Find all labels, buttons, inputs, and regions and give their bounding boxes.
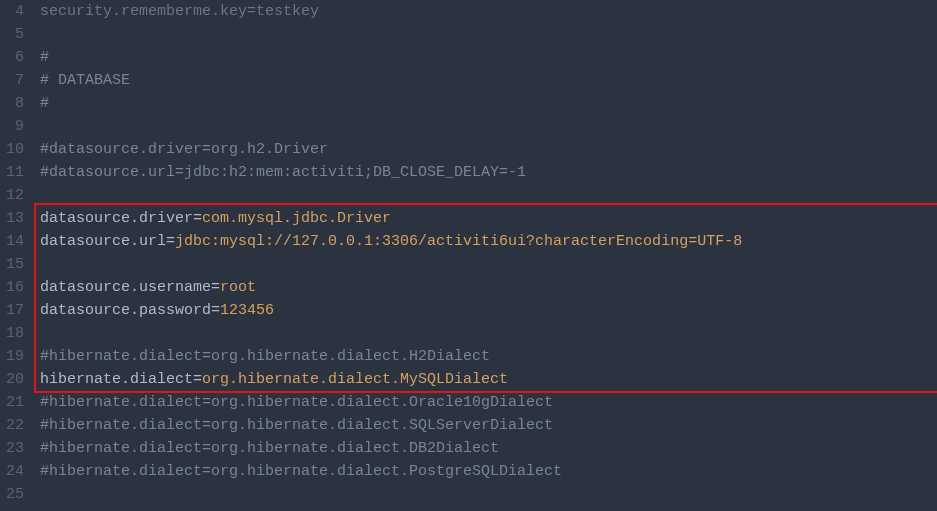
code-token: 123456 [220,302,274,319]
code-editor[interactable]: 45678910111213141516171819202122232425 s… [0,0,937,511]
line-number: 4 [6,0,24,23]
code-token: root [220,279,256,296]
line-number: 19 [6,345,24,368]
code-token: datasource.url [40,233,166,250]
code-line[interactable]: datasource.driver=com.mysql.jdbc.Driver [40,207,937,230]
code-line[interactable]: #hibernate.dialect=org.hibernate.dialect… [40,345,937,368]
code-line[interactable]: datasource.username=root [40,276,937,299]
code-line[interactable]: #hibernate.dialect=org.hibernate.dialect… [40,460,937,483]
code-token: #datasource.url=jdbc:h2:mem:activiti;DB_… [40,164,526,181]
code-token: #datasource.driver=org.h2.Driver [40,141,328,158]
line-number: 16 [6,276,24,299]
code-token: # [40,49,49,66]
code-token: = [193,371,202,388]
code-line[interactable]: hibernate.dialect=org.hibernate.dialect.… [40,368,937,391]
line-number: 25 [6,483,24,506]
code-line[interactable] [40,483,937,506]
code-line[interactable]: #hibernate.dialect=org.hibernate.dialect… [40,437,937,460]
code-line[interactable]: datasource.url=jdbc:mysql://127.0.0.1:33… [40,230,937,253]
code-token: #hibernate.dialect=org.hibernate.dialect… [40,417,553,434]
code-token: = [211,279,220,296]
code-line[interactable]: #datasource.driver=org.h2.Driver [40,138,937,161]
line-number: 11 [6,161,24,184]
line-number: 21 [6,391,24,414]
code-token: jdbc:mysql://127.0.0.1:3306/activiti6ui?… [175,233,742,250]
code-token: org.hibernate.dialect.MySQLDialect [202,371,508,388]
code-token: = [247,3,256,20]
code-token: #hibernate.dialect=org.hibernate.dialect… [40,348,490,365]
code-token: #hibernate.dialect=org.hibernate.dialect… [40,440,499,457]
code-token: datasource.password [40,302,211,319]
line-number: 6 [6,46,24,69]
code-line[interactable] [40,253,937,276]
line-number: 15 [6,253,24,276]
code-token: datasource.username [40,279,211,296]
code-token: = [166,233,175,250]
code-token: #hibernate.dialect=org.hibernate.dialect… [40,394,553,411]
line-number: 18 [6,322,24,345]
code-token: com.mysql.jdbc.Driver [202,210,391,227]
code-line[interactable] [40,115,937,138]
code-token: # DATABASE [40,72,130,89]
line-number: 17 [6,299,24,322]
line-number: 22 [6,414,24,437]
line-number: 9 [6,115,24,138]
code-line[interactable]: # [40,46,937,69]
code-line[interactable] [40,184,937,207]
code-line[interactable]: # DATABASE [40,69,937,92]
line-number: 24 [6,460,24,483]
line-number: 8 [6,92,24,115]
line-number: 13 [6,207,24,230]
line-number: 5 [6,23,24,46]
line-number: 14 [6,230,24,253]
code-line[interactable]: #datasource.url=jdbc:h2:mem:activiti;DB_… [40,161,937,184]
code-token: = [211,302,220,319]
code-line[interactable]: #hibernate.dialect=org.hibernate.dialect… [40,414,937,437]
code-token: = [193,210,202,227]
line-number-gutter: 45678910111213141516171819202122232425 [0,0,34,511]
code-line[interactable] [40,23,937,46]
code-token: hibernate.dialect [40,371,193,388]
code-token: datasource.driver [40,210,193,227]
code-line[interactable]: security.rememberme.key=testkey [40,0,937,23]
code-token: testkey [256,3,319,20]
code-token: #hibernate.dialect=org.hibernate.dialect… [40,463,562,480]
code-area[interactable]: security.rememberme.key=testkey## DATABA… [34,0,937,511]
line-number: 7 [6,69,24,92]
line-number: 23 [6,437,24,460]
code-line[interactable]: #hibernate.dialect=org.hibernate.dialect… [40,391,937,414]
code-line[interactable]: # [40,92,937,115]
code-line[interactable] [40,322,937,345]
line-number: 12 [6,184,24,207]
code-token: # [40,95,49,112]
code-token: security.rememberme.key [40,3,247,20]
line-number: 10 [6,138,24,161]
code-line[interactable]: datasource.password=123456 [40,299,937,322]
line-number: 20 [6,368,24,391]
